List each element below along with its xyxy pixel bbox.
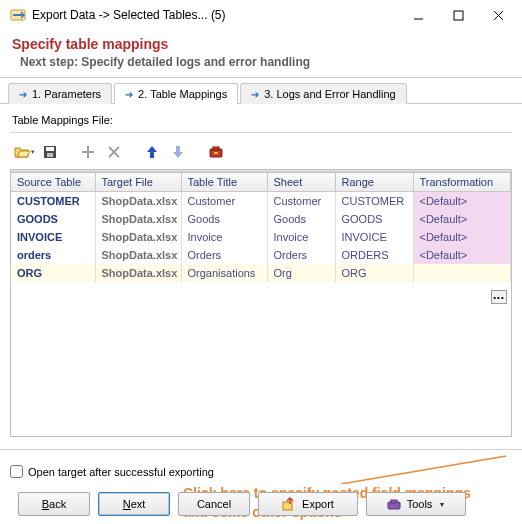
cell-sheet: Goods xyxy=(267,210,335,228)
arrow-right-icon: ➔ xyxy=(251,89,259,100)
toolbar: ▾ xyxy=(10,139,512,163)
cancel-button[interactable]: Cancel xyxy=(178,492,250,516)
mappings-grid[interactable]: Source Table Target File Table Title She… xyxy=(10,169,512,437)
svg-rect-11 xyxy=(391,500,397,503)
col-trans[interactable]: Transformation xyxy=(413,173,511,192)
cell-source: orders xyxy=(11,246,95,264)
options-button[interactable] xyxy=(204,141,228,163)
export-button[interactable]: Export xyxy=(258,492,358,516)
content-area: Table Mappings File: ▾ xyxy=(0,104,522,445)
add-button[interactable] xyxy=(76,141,100,163)
cell-trans: <Default> xyxy=(413,228,511,246)
col-sheet[interactable]: Sheet xyxy=(267,173,335,192)
tab-label: 2. Table Mappings xyxy=(138,88,227,100)
cell-source: ORG xyxy=(11,264,95,282)
wizard-header: Specify table mappings Next step: Specif… xyxy=(0,30,522,75)
app-icon xyxy=(10,7,26,23)
window-title: Export Data -> Selected Tables... (5) xyxy=(32,8,398,22)
cell-range: ORG xyxy=(335,264,413,282)
next-button[interactable]: Next xyxy=(98,492,170,516)
cell-source: CUSTOMER xyxy=(11,192,95,211)
close-button[interactable] xyxy=(478,1,518,29)
open-button[interactable]: ▾ xyxy=(12,141,36,163)
cell-target: ShopData.xlsx xyxy=(95,192,181,211)
svg-rect-1 xyxy=(454,11,463,20)
col-source[interactable]: Source Table xyxy=(11,173,95,192)
cell-trans: <Default> xyxy=(413,192,511,211)
cell-range: GOODS xyxy=(335,210,413,228)
cell-range: INVOICE xyxy=(335,228,413,246)
table-row[interactable]: CUSTOMER ShopData.xlsx Customer Customer… xyxy=(11,192,511,211)
tab-parameters[interactable]: ➔1. Parameters xyxy=(8,83,112,104)
arrow-right-icon: ➔ xyxy=(125,89,133,100)
grid-header-row: Source Table Target File Table Title She… xyxy=(11,173,511,192)
tools-button[interactable]: Tools▼ xyxy=(366,492,466,516)
titlebar: Export Data -> Selected Tables... (5) xyxy=(0,0,522,30)
page-title: Specify table mappings xyxy=(12,36,510,52)
table-row[interactable]: INVOICE ShopData.xlsx Invoice Invoice IN… xyxy=(11,228,511,246)
cell-trans: <Default> xyxy=(413,210,511,228)
tab-label: 1. Parameters xyxy=(32,88,101,100)
cell-target: ShopData.xlsx xyxy=(95,246,181,264)
checkbox-label: Open target after successful exporting xyxy=(28,466,214,478)
cell-sheet: Invoice xyxy=(267,228,335,246)
open-target-checkbox[interactable]: Open target after successful exporting xyxy=(10,465,214,478)
cell-source: INVOICE xyxy=(11,228,95,246)
separator xyxy=(128,141,138,163)
save-button[interactable] xyxy=(38,141,62,163)
col-target[interactable]: Target File xyxy=(95,173,181,192)
cell-range: CUSTOMER xyxy=(335,192,413,211)
delete-button[interactable] xyxy=(102,141,126,163)
button-bar: Back Next Cancel Export Tools▼ xyxy=(0,492,522,516)
cell-source: GOODS xyxy=(11,210,95,228)
toolbox-icon xyxy=(387,497,401,511)
cell-trans xyxy=(413,264,511,282)
cell-title: Invoice xyxy=(181,228,267,246)
col-range[interactable]: Range xyxy=(335,173,413,192)
tab-logs-error[interactable]: ➔3. Logs and Error Handling xyxy=(240,83,406,104)
move-down-button[interactable] xyxy=(166,141,190,163)
back-button[interactable]: Back xyxy=(18,492,90,516)
separator xyxy=(192,141,202,163)
page-subtitle: Next step: Specify detailed logs and err… xyxy=(12,55,510,69)
dropdown-icon: ▼ xyxy=(438,501,445,508)
divider xyxy=(10,132,512,133)
dropdown-icon: ▾ xyxy=(31,148,35,156)
ellipsis-button[interactable]: ••• xyxy=(491,290,507,304)
cell-title: Goods xyxy=(181,210,267,228)
cell-sheet: Orders xyxy=(267,246,335,264)
cell-title: Organisations xyxy=(181,264,267,282)
table-row[interactable]: orders ShopData.xlsx Orders Orders ORDER… xyxy=(11,246,511,264)
move-up-button[interactable] xyxy=(140,141,164,163)
cell-target: ShopData.xlsx xyxy=(95,264,181,282)
svg-rect-7 xyxy=(214,152,218,154)
svg-rect-6 xyxy=(213,147,219,150)
svg-line-8 xyxy=(341,456,506,484)
svg-rect-4 xyxy=(47,153,53,157)
minimize-button[interactable] xyxy=(398,1,438,29)
cell-target: ShopData.xlsx xyxy=(95,228,181,246)
export-icon xyxy=(282,497,296,511)
cell-range: ORDERS xyxy=(335,246,413,264)
tab-table-mappings[interactable]: ➔2. Table Mappings xyxy=(114,83,238,104)
cell-title: Orders xyxy=(181,246,267,264)
tab-strip: ➔1. Parameters ➔2. Table Mappings ➔3. Lo… xyxy=(0,78,522,104)
cell-sheet: Org xyxy=(267,264,335,282)
arrow-right-icon: ➔ xyxy=(19,89,27,100)
cell-title: Customer xyxy=(181,192,267,211)
divider xyxy=(0,449,522,450)
svg-rect-3 xyxy=(46,147,54,151)
table-row[interactable]: GOODS ShopData.xlsx Goods Goods GOODS <D… xyxy=(11,210,511,228)
callout-arrow xyxy=(341,454,509,484)
separator xyxy=(64,141,74,163)
tab-label: 3. Logs and Error Handling xyxy=(264,88,395,100)
cell-target: ShopData.xlsx xyxy=(95,210,181,228)
col-title[interactable]: Table Title xyxy=(181,173,267,192)
cell-sheet: Customer xyxy=(267,192,335,211)
checkbox-input[interactable] xyxy=(10,465,23,478)
maximize-button[interactable] xyxy=(438,1,478,29)
table-row[interactable]: ORG ShopData.xlsx Organisations Org ORG xyxy=(11,264,511,282)
cell-trans: <Default> xyxy=(413,246,511,264)
mappings-file-label: Table Mappings File: xyxy=(12,114,512,126)
